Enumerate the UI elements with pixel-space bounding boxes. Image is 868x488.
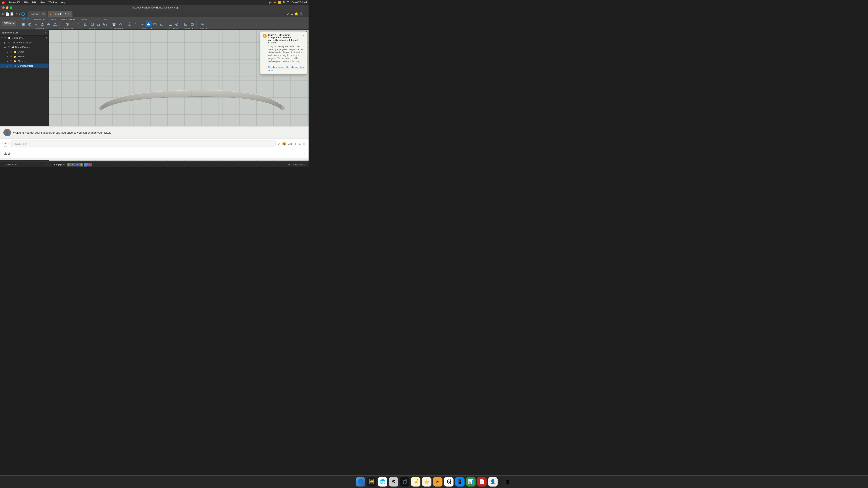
new-file-icon[interactable]: 📄: [5, 12, 9, 16]
tangent-btn[interactable]: [158, 22, 164, 27]
menu-edit[interactable]: Edit: [31, 1, 37, 4]
measure-btn[interactable]: [167, 22, 173, 27]
menu-file[interactable]: File: [23, 1, 29, 4]
tree-item-component[interactable]: ▶ 👁 ■ Component1:1: [0, 64, 49, 68]
tab-sheet-metal[interactable]: SHEET METAL: [59, 18, 79, 21]
sweep-btn[interactable]: [33, 22, 39, 27]
visibility-named-views[interactable]: 👁: [8, 46, 10, 49]
timeline-last-btn[interactable]: ⏭: [63, 163, 65, 166]
timeline-add-btn[interactable]: +: [288, 163, 290, 166]
plane-btn[interactable]: [126, 22, 132, 27]
timeline-sketch-2[interactable]: S: [80, 163, 83, 166]
timeline-first-btn[interactable]: ⏮: [50, 163, 53, 166]
tree-item-origin[interactable]: ▶ 👁 📁 Origin: [0, 50, 49, 54]
menu-fusion360[interactable]: Fusion 360: [8, 1, 22, 4]
section-analysis-btn[interactable]: [174, 22, 180, 27]
refresh-icon[interactable]: ↺: [286, 12, 289, 16]
comments-settings-icon[interactable]: ⚙: [45, 163, 47, 166]
apps-grid-icon[interactable]: ⊞: [2, 12, 5, 16]
chat-upload-icon[interactable]: ⬆: [294, 142, 297, 145]
menu-view[interactable]: View: [38, 1, 46, 4]
timeline-prev-btn[interactable]: ◀: [53, 163, 55, 166]
shell-modify-btn[interactable]: [89, 22, 95, 27]
scale-btn[interactable]: [102, 22, 108, 27]
design-dropdown[interactable]: DESIGN ▾: [0, 18, 18, 29]
chat-send-icon[interactable]: ▶: [303, 141, 306, 146]
new-component-btn[interactable]: [111, 22, 117, 27]
menu-help[interactable]: Help: [59, 1, 67, 4]
chat-emoji-icon[interactable]: 😊: [282, 142, 286, 146]
tree-item-doc-settings[interactable]: ▶ ⚙ Document Settings: [0, 40, 49, 45]
tab-close-v15[interactable]: ✕: [67, 12, 70, 15]
menu-window[interactable]: Window: [47, 1, 58, 4]
tab-utilities[interactable]: UTILITIES: [94, 18, 109, 21]
browser-settings-icon[interactable]: ⚙: [44, 31, 47, 34]
timeline-active[interactable]: L: [84, 163, 88, 166]
extrude-btn[interactable]: [20, 22, 26, 27]
joint-btn[interactable]: [117, 22, 123, 27]
design-button[interactable]: DESIGN ▾: [2, 21, 16, 26]
tree-item-bodies[interactable]: ▶ 👁 📁 Bodies: [0, 54, 49, 59]
undo-icon[interactable]: ↩: [14, 12, 17, 16]
tab-plastic[interactable]: PLASTIC: [79, 18, 93, 21]
chat-attachment-icon[interactable]: ⊕: [299, 142, 301, 145]
tree-item-named-views[interactable]: ▶ 👁 📁 Named Views: [0, 45, 49, 50]
notif-cancel-link[interactable]: Click here to cancel the job currently i…: [268, 66, 305, 71]
timeline-sketch-1[interactable]: S: [67, 163, 70, 166]
visibility-component[interactable]: 👁: [10, 64, 13, 67]
visibility-root[interactable]: 👁: [4, 36, 7, 39]
timeline-play-btn[interactable]: ▶: [56, 163, 58, 166]
draft-btn[interactable]: [96, 22, 101, 27]
notifications-icon[interactable]: 🔔: [294, 12, 298, 16]
chat-text-format-icon[interactable]: A: [278, 142, 280, 145]
minimize-button[interactable]: [6, 6, 8, 9]
browser-collapse-icon[interactable]: ◀: [2, 31, 4, 34]
revolve-btn[interactable]: [27, 22, 33, 27]
construct-active-btn[interactable]: [146, 22, 152, 27]
shell-btn[interactable]: [52, 22, 58, 27]
automate-btn[interactable]: [64, 22, 70, 27]
account-icon[interactable]: 👤: [300, 12, 303, 16]
tab-surface[interactable]: SURFACE: [32, 18, 47, 21]
volume-icon[interactable]: 🔊: [269, 1, 272, 4]
notif-close-btn[interactable]: ✕: [302, 34, 305, 37]
timeline-feature-2[interactable]: E: [75, 163, 79, 166]
tree-settings-root[interactable]: ⚙: [46, 37, 48, 39]
tab-mesh[interactable]: MESH: [47, 18, 58, 21]
maximize-button[interactable]: [10, 6, 12, 9]
loft-btn[interactable]: [39, 22, 45, 27]
visibility-origin[interactable]: 👁: [10, 51, 13, 53]
axis-btn[interactable]: [133, 22, 139, 27]
timeline-next-btn[interactable]: ▶▶: [58, 163, 62, 166]
chamfer-btn[interactable]: [83, 22, 89, 27]
visibility-bodies[interactable]: 👁: [10, 55, 13, 58]
visibility-sketches[interactable]: 👁: [10, 60, 13, 63]
tree-item-sketches[interactable]: ▶ 👁 📁 Sketches: [0, 59, 49, 64]
timeline-feature-1[interactable]: E: [71, 163, 75, 166]
search-icon[interactable]: 🔍: [283, 1, 286, 4]
chat-add-button[interactable]: +: [3, 141, 8, 147]
tab-solid[interactable]: SOLID: [20, 18, 31, 22]
save-icon[interactable]: 💾: [10, 12, 13, 16]
help-icon[interactable]: ?: [304, 12, 306, 16]
chat-input-field[interactable]: History is on: [10, 140, 277, 148]
tab-close-v1[interactable]: ✕: [42, 12, 45, 15]
network-icon[interactable]: 🌐: [21, 12, 25, 16]
insert-svg-btn[interactable]: [189, 22, 195, 27]
chat-gif-icon[interactable]: GIF: [288, 142, 293, 145]
redo-icon[interactable]: ↪: [18, 12, 20, 16]
apple-menu[interactable]: 🍎: [2, 1, 5, 4]
tab-untitled-v15[interactable]: ● Untitled v15* ✕: [48, 11, 72, 17]
rib-btn[interactable]: [46, 22, 52, 27]
wifi-icon[interactable]: 📶: [278, 1, 281, 4]
timeline-feature-3[interactable]: C: [88, 163, 92, 166]
close-button[interactable]: [2, 6, 5, 9]
select-btn[interactable]: [200, 22, 206, 27]
cloud-icon[interactable]: ☁: [290, 12, 293, 16]
tree-item-root[interactable]: ▼ 👁 📋 Untitled v15 ⚙: [0, 36, 49, 40]
midplane-btn[interactable]: [152, 22, 158, 27]
point-btn[interactable]: [139, 22, 145, 27]
new-tab-icon[interactable]: +: [283, 12, 285, 16]
meet-section[interactable]: Meet ›: [0, 149, 309, 158]
tab-untitled-v1[interactable]: Untitled v1 ✕: [28, 11, 47, 17]
